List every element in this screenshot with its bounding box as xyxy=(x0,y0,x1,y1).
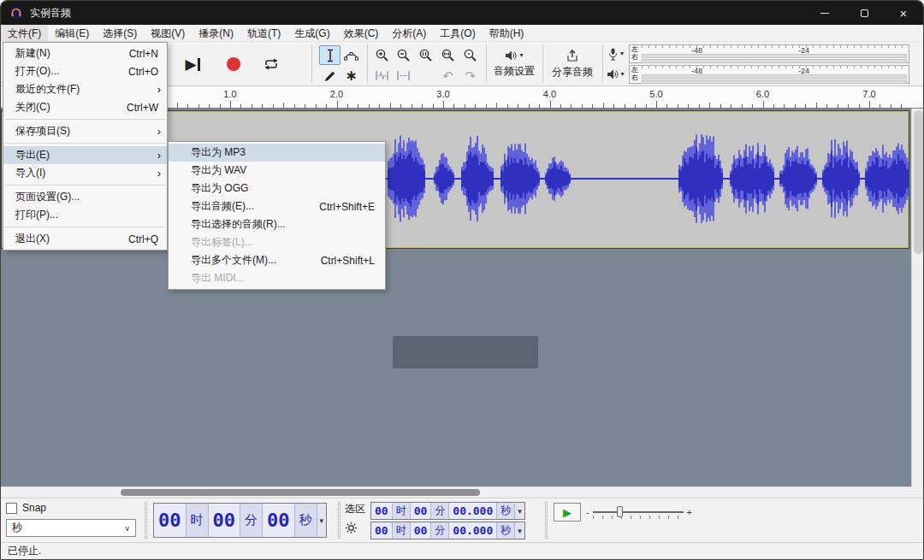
time-format-dropdown[interactable]: ▾ xyxy=(515,503,524,519)
export-menu-item[interactable]: 导出多个文件(M)...Ctrl+Shift+L xyxy=(169,251,385,269)
time-digit-segment[interactable]: 00 xyxy=(154,504,187,537)
export-menu-item[interactable]: 导出选择的音频(R)... xyxy=(169,215,385,233)
zoom-out-button[interactable] xyxy=(393,45,414,65)
scrollbar-corner xyxy=(911,486,924,498)
bottom-toolbar: Snap 秒 ∨ 00时00分00秒 ▾ 选区 00时00分00.000秒▾ 0… xyxy=(1,498,923,542)
menubar-item[interactable]: 播录(N) xyxy=(192,25,240,41)
file-menu-item[interactable]: 打印(P)... xyxy=(3,206,167,224)
ruler-tick xyxy=(422,104,423,108)
menubar-item[interactable]: 工具(O) xyxy=(433,25,482,41)
share-audio-button[interactable]: 分享音频 xyxy=(547,45,598,83)
menubar-item[interactable]: 轨道(T) xyxy=(240,25,287,41)
ruler-tick xyxy=(709,103,710,108)
draw-tool-button[interactable] xyxy=(319,66,341,85)
meter-lane xyxy=(642,80,907,84)
menu-item-label: 导出标签(L)... xyxy=(191,235,253,250)
loop-button[interactable] xyxy=(254,47,288,81)
trim-audio-button[interactable] xyxy=(371,66,393,85)
chevron-down-icon: ∨ xyxy=(124,524,130,533)
menubar-item[interactable]: 文件(F) xyxy=(1,25,48,41)
ruler-tick xyxy=(379,104,380,108)
file-menu-item[interactable]: 新建(N)Ctrl+N xyxy=(3,44,167,62)
ruler-tick xyxy=(539,104,540,108)
toolbar-grip[interactable] xyxy=(338,502,341,539)
statusbar: 已停止. xyxy=(1,542,923,559)
export-menu-item[interactable]: 导出为 WAV xyxy=(169,162,385,180)
menubar-item[interactable]: 编辑(E) xyxy=(48,25,96,41)
file-menu-item[interactable]: 关闭(C)Ctrl+W xyxy=(3,98,167,116)
speed-slider-thumb[interactable] xyxy=(617,506,623,517)
menu-separator xyxy=(5,185,165,186)
menubar-item[interactable]: 帮助(H) xyxy=(483,25,531,41)
time-format-dropdown[interactable]: ▾ xyxy=(317,504,327,537)
selection-start-display[interactable]: 00时00分00.000秒▾ xyxy=(370,502,525,520)
file-menu-item[interactable]: 保存项目(S)› xyxy=(3,122,167,140)
zoom-in-button[interactable] xyxy=(371,45,393,65)
toolbar-grip[interactable] xyxy=(545,502,548,539)
vscroll-thumb[interactable] xyxy=(914,110,923,254)
pencil-icon xyxy=(324,70,336,82)
silence-audio-button[interactable] xyxy=(393,66,414,85)
snap-unit-select[interactable]: 秒 ∨ xyxy=(6,519,136,537)
time-digit-segment[interactable]: 00 xyxy=(411,522,432,539)
menubar-item[interactable]: 效果(C) xyxy=(337,25,386,41)
recording-meter[interactable]: ▾ 左右 -48 -24 xyxy=(605,44,909,63)
file-menu-item[interactable]: 退出(X)Ctrl+Q xyxy=(3,230,167,248)
export-menu-item[interactable]: 导出音频(E)...Ctrl+Shift+E xyxy=(169,197,385,215)
speaker-icon xyxy=(505,50,517,62)
close-button[interactable]: × xyxy=(884,1,923,25)
time-digit-segment[interactable]: 00.000 xyxy=(449,503,497,519)
file-menu-item[interactable]: 导出(E)› xyxy=(3,146,167,164)
export-menu-item[interactable]: 导出为 OGG xyxy=(169,180,385,197)
time-digit-segment[interactable]: 00 xyxy=(209,504,241,537)
zoom-fit-button[interactable] xyxy=(437,45,459,65)
file-menu-item[interactable]: 最近的文件(F)› xyxy=(3,80,167,98)
snap-checkbox[interactable] xyxy=(6,503,17,514)
toolbar-grip[interactable] xyxy=(145,502,147,539)
menubar-item[interactable]: 生成(G) xyxy=(287,25,336,41)
audio-setup-button[interactable]: ▾ 音频设置 xyxy=(490,45,538,83)
export-menu-item[interactable]: 导出为 MP3 xyxy=(169,144,385,162)
audio-position-display[interactable]: 00时00分00秒 ▾ xyxy=(153,503,327,538)
redo-button[interactable]: ↷ xyxy=(459,66,481,85)
vertical-scrollbar[interactable] xyxy=(911,109,924,486)
menubar-item[interactable]: 选择(S) xyxy=(96,25,144,41)
undo-button[interactable]: ↶ xyxy=(437,66,459,85)
ruler-tick xyxy=(198,104,199,108)
menubar-item[interactable]: 分析(A) xyxy=(385,25,433,41)
playback-meter-bars[interactable]: 左右 -48 -24 xyxy=(629,65,909,84)
multi-tool-button[interactable]: ∗ xyxy=(341,66,362,85)
silence-audio-icon xyxy=(396,70,411,81)
envelope-tool-button[interactable] xyxy=(341,45,362,65)
time-unit-segment: 分 xyxy=(431,503,449,519)
zoom-toggle-button[interactable] xyxy=(459,45,481,65)
recording-meter-bars[interactable]: 左右 -48 -24 xyxy=(629,44,909,63)
time-digit-segment[interactable]: 00 xyxy=(263,504,295,537)
time-format-dropdown[interactable]: ▾ xyxy=(515,522,524,539)
playback-meter[interactable]: ▾ 左右 -48 -24 xyxy=(605,65,909,84)
minimize-button[interactable] xyxy=(805,1,844,25)
file-menu-item[interactable]: 导入(I)› xyxy=(3,164,167,182)
ruler-tick xyxy=(453,104,454,108)
time-digit-segment[interactable]: 00.000 xyxy=(449,522,497,539)
play-at-speed-button[interactable]: ▶ xyxy=(554,503,581,522)
playback-speed-slider[interactable]: - + xyxy=(586,503,692,522)
selection-tool-button[interactable] xyxy=(319,45,341,65)
file-menu-item[interactable]: 页面设置(G)... xyxy=(3,188,167,206)
menu-item-label: 导出为 WAV xyxy=(191,163,246,178)
zoom-selection-button[interactable] xyxy=(415,45,436,65)
selection-end-display[interactable]: 00时00分00.000秒▾ xyxy=(370,522,525,539)
record-button[interactable] xyxy=(216,47,251,81)
menu-item-label: 保存项目(S) xyxy=(15,124,70,139)
hscroll-thumb[interactable] xyxy=(121,489,480,496)
time-digit-segment[interactable]: 00 xyxy=(371,503,393,519)
horizontal-scrollbar[interactable] xyxy=(1,486,911,498)
time-digit-segment[interactable]: 00 xyxy=(371,522,393,539)
menubar-item[interactable]: 视图(V) xyxy=(144,25,192,41)
meter-scale-ticks xyxy=(642,66,907,68)
skip-to-end-button[interactable]: ▶ xyxy=(175,47,210,81)
time-digit-segment[interactable]: 00 xyxy=(411,503,432,519)
maximize-button[interactable] xyxy=(844,1,884,25)
selection-settings-gear-icon[interactable] xyxy=(345,522,369,537)
file-menu-item[interactable]: 打开(O)...Ctrl+O xyxy=(3,62,167,80)
